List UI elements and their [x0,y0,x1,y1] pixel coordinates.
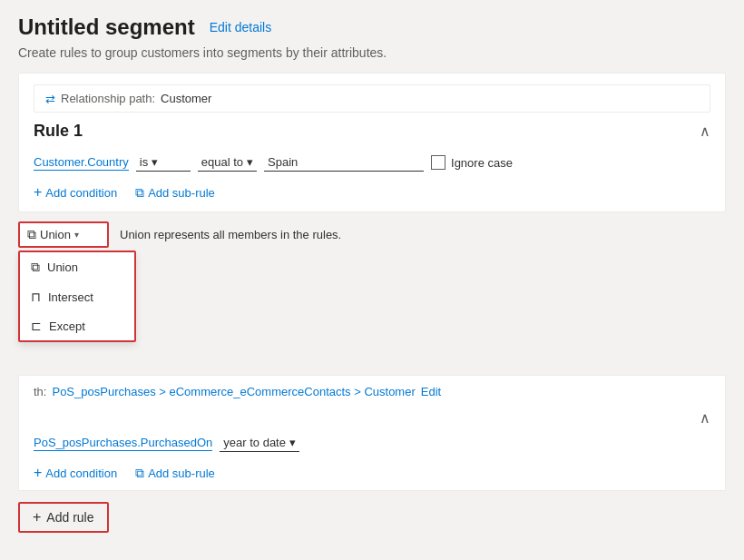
rule2-field-label[interactable]: PoS_posPurchases.PurchasedOn [34,436,212,451]
rule1-add-condition-label: Add condition [45,186,117,200]
rule1-comparator-dropdown[interactable]: equal to ▾ [198,153,257,172]
rule1-add-condition-button[interactable]: + Add condition [34,184,117,201]
operator-option-intersect[interactable]: Intersect [20,282,134,311]
rule2-action-row: + Add condition ⧉ Add sub-rule [34,465,710,481]
rule2-operator-value: year to date [223,436,286,449]
add-rule-button[interactable]: + Add rule [18,502,109,533]
rule2-operator-arrow: ▾ [289,436,296,449]
rule2-add-condition-label: Add condition [45,467,117,480]
rule1-card: Relationship path: Customer Rule 1 ∧ Cus… [18,73,726,212]
rule1-comparator-arrow: ▾ [247,155,253,169]
operator-section: Union ▾ Union represents all members in … [18,221,726,248]
rule2-add-subrule-button[interactable]: ⧉ Add sub-rule [135,466,215,481]
rule1-ignore-case-checkbox[interactable] [431,155,445,170]
add-rule-section: + Add rule [18,502,726,533]
rule2-add-condition-plus-icon: + [34,465,42,481]
rule1-ignore-case-label: Ignore case [451,156,513,170]
page-subtitle: Create rules to group customers into seg… [18,45,726,60]
rule1-condition-row: Customer.Country is ▾ equal to ▾ Ignore … [34,153,710,172]
rule2-condition-row: PoS_posPurchases.PurchasedOn year to dat… [34,434,710,452]
operator-option-intersect-label: Intersect [48,290,93,304]
rule1-subrule-icon: ⧉ [135,185,144,201]
rule2-card: th: PoS_posPurchases > eCommerce_eCommer… [18,375,726,491]
operator-dropdown-menu: Union Intersect Except [18,251,136,342]
rule2-add-subrule-label: Add sub-rule [148,467,215,480]
edit-details-link[interactable]: Edit details [210,20,271,34]
rule1-add-subrule-label: Add sub-rule [148,186,215,200]
intersect-menu-icon [31,290,41,304]
rule2-rel-prefix: th: [34,385,46,398]
add-rule-label: Add rule [46,510,93,525]
rule1-operator-value: is [140,155,148,169]
relationship-path-bar: Relationship path: Customer [34,84,710,113]
page-title: Untitled segment [18,15,195,40]
relationship-path-value: Customer [161,92,211,105]
rule1-operator-dropdown[interactable]: is ▾ [136,153,191,172]
rule2-header: ∧ [34,409,710,427]
relationship-path-label: Relationship path: [61,92,155,105]
page-header: Untitled segment Edit details [18,15,726,40]
operator-description: Union represents all members in the rule… [120,228,341,241]
rule1-value-input[interactable] [264,153,424,172]
rule1-comparator-value: equal to [201,155,243,169]
rule1-field-label[interactable]: Customer.Country [34,155,129,171]
rule1-add-condition-plus-icon: + [34,184,42,201]
rule2-add-condition-button[interactable]: + Add condition [34,465,117,481]
except-menu-icon [31,319,42,333]
rule2-rel-path-value[interactable]: PoS_posPurchases > eCommerce_eCommerceCo… [52,385,415,398]
operator-option-except[interactable]: Except [20,311,134,340]
rule1-header: Rule 1 ∧ [34,122,710,141]
operator-dropdown[interactable]: Union ▾ [18,221,109,248]
rule1-title: Rule 1 [34,122,83,141]
operator-option-union[interactable]: Union [20,252,134,282]
relationship-icon [45,91,55,106]
rule2-edit-link[interactable]: Edit [421,385,441,398]
rule2-operator-dropdown[interactable]: year to date ▾ [220,434,299,452]
union-menu-icon [31,260,40,275]
rule2-subrule-icon: ⧉ [135,466,144,481]
add-rule-plus-icon: + [33,509,41,526]
rule2-collapse-button[interactable]: ∧ [700,409,710,427]
operator-option-except-label: Except [49,319,85,333]
page-container: Untitled segment Edit details Create rul… [0,0,744,547]
rule1-action-row: + Add condition ⧉ Add sub-rule [34,184,710,201]
operator-dropdown-arrow: ▾ [74,230,79,240]
operator-option-union-label: Union [47,260,78,274]
rule1-operator-arrow: ▾ [152,155,158,169]
rule1-ignore-case-wrapper: Ignore case [431,155,513,170]
rule1-add-subrule-button[interactable]: ⧉ Add sub-rule [135,185,215,201]
operator-selected-label: Union [40,228,71,241]
rule1-collapse-button[interactable]: ∧ [700,123,710,140]
operator-union-icon [27,227,36,242]
rule2-relationship-path: th: PoS_posPurchases > eCommerce_eCommer… [34,385,710,398]
operator-row: Union ▾ Union represents all members in … [18,221,726,248]
